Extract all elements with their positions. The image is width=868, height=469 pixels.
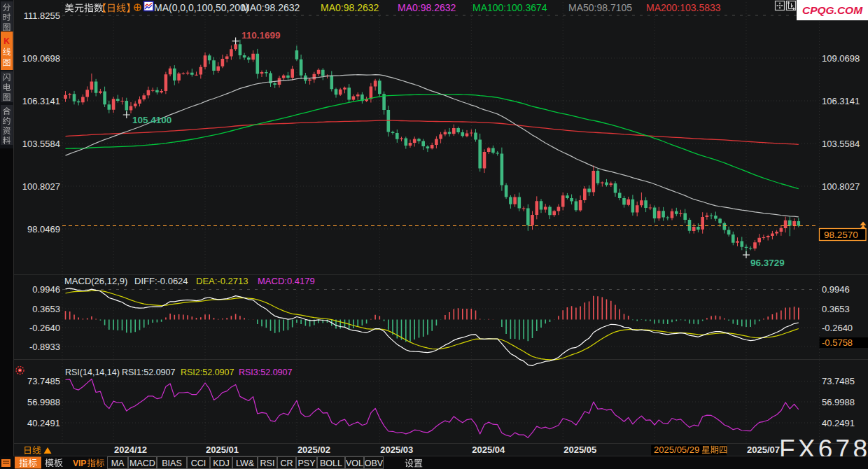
- svg-text:MA0:98.2632: MA0:98.2632: [398, 2, 456, 13]
- svg-text:LW&: LW&: [236, 458, 255, 468]
- svg-text:MA100:100.3674: MA100:100.3674: [472, 2, 547, 13]
- svg-text:RSI1:52.0907: RSI1:52.0907: [122, 368, 175, 377]
- svg-text:-0.5758: -0.5758: [822, 337, 853, 348]
- svg-text:2025/05: 2025/05: [564, 444, 596, 455]
- svg-text:BOLL: BOLL: [320, 458, 342, 468]
- svg-text:98.2570: 98.2570: [824, 230, 858, 240]
- svg-text:106.3141: 106.3141: [822, 96, 860, 106]
- svg-text:96.3729: 96.3729: [750, 258, 785, 268]
- svg-text:2025/02: 2025/02: [298, 444, 330, 455]
- svg-text:40.2491: 40.2491: [822, 418, 855, 428]
- svg-text:73.7485: 73.7485: [822, 376, 855, 386]
- svg-text:56.9988: 56.9988: [27, 397, 60, 407]
- svg-text:-0.2640: -0.2640: [29, 323, 60, 333]
- svg-text:109.0698: 109.0698: [22, 53, 60, 64]
- svg-text:56.9988: 56.9988: [822, 397, 855, 407]
- svg-text:111.8255: 111.8255: [24, 10, 60, 21]
- svg-text:103.5584: 103.5584: [822, 139, 860, 149]
- svg-text:105.4100: 105.4100: [132, 115, 172, 125]
- svg-text:RSI3:52.0907: RSI3:52.0907: [239, 368, 292, 377]
- svg-text:MA0:98.2632: MA0:98.2632: [241, 2, 300, 13]
- svg-text:2025/07: 2025/07: [747, 444, 780, 455]
- svg-text:MA: MA: [111, 458, 125, 468]
- svg-text:MACD:0.4179: MACD:0.4179: [258, 276, 315, 286]
- svg-text:-0.8933: -0.8933: [29, 342, 60, 352]
- svg-text:73.7485: 73.7485: [27, 376, 60, 386]
- svg-text:98.0469: 98.0469: [27, 224, 60, 234]
- svg-text:109.0698: 109.0698: [822, 53, 860, 64]
- svg-text:2025/01: 2025/01: [206, 444, 239, 455]
- svg-text:-0.2640: -0.2640: [822, 323, 853, 333]
- svg-text:2025/05/29: 2025/05/29: [654, 444, 699, 455]
- svg-text:VIP: VIP: [73, 458, 86, 468]
- svg-text:BIAS: BIAS: [162, 458, 182, 468]
- svg-text:MACD(26,12,9): MACD(26,12,9): [64, 276, 127, 286]
- svg-text:OBV: OBV: [365, 458, 384, 468]
- svg-text:MA0:98.2632: MA0:98.2632: [321, 2, 379, 13]
- svg-text:KDJ: KDJ: [213, 458, 230, 468]
- svg-text:0.9946: 0.9946: [822, 284, 850, 295]
- svg-text:MA(0,0,0,100,50,200): MA(0,0,0,100,50,200): [154, 2, 248, 13]
- svg-text:RSI(14,14,14): RSI(14,14,14): [65, 368, 120, 377]
- svg-text:110.1699: 110.1699: [241, 30, 281, 41]
- svg-text:RSI: RSI: [260, 458, 275, 468]
- svg-text:2025/04: 2025/04: [472, 444, 505, 455]
- svg-text:2024/12: 2024/12: [114, 444, 147, 455]
- svg-text:0.3653: 0.3653: [32, 304, 60, 314]
- svg-text:40.2491: 40.2491: [27, 418, 60, 428]
- svg-text:VOL: VOL: [346, 458, 363, 468]
- svg-text:0.9946: 0.9946: [32, 284, 60, 295]
- svg-text:PSY: PSY: [298, 458, 316, 468]
- svg-text:MA50:98.7105: MA50:98.7105: [568, 2, 632, 13]
- svg-text:RSI2:52.0907: RSI2:52.0907: [181, 368, 234, 377]
- svg-text:CPQG.COM: CPQG.COM: [802, 4, 863, 16]
- svg-text:MACD: MACD: [130, 458, 155, 468]
- svg-text:K: K: [4, 36, 10, 46]
- svg-text:100.8027: 100.8027: [822, 181, 860, 192]
- svg-text:DEA:-0.2713: DEA:-0.2713: [196, 276, 248, 286]
- svg-text:MA200:103.5833: MA200:103.5833: [646, 2, 721, 13]
- svg-text:100.8027: 100.8027: [22, 181, 60, 192]
- svg-text:0.3653: 0.3653: [822, 304, 850, 314]
- svg-text:106.3141: 106.3141: [22, 96, 60, 106]
- svg-text:CR: CR: [280, 458, 293, 468]
- svg-text:2025/03: 2025/03: [380, 444, 413, 455]
- svg-text:DIFF:-0.0624: DIFF:-0.0624: [134, 276, 188, 286]
- svg-text:103.5584: 103.5584: [22, 139, 60, 149]
- svg-text:CCI: CCI: [191, 458, 206, 468]
